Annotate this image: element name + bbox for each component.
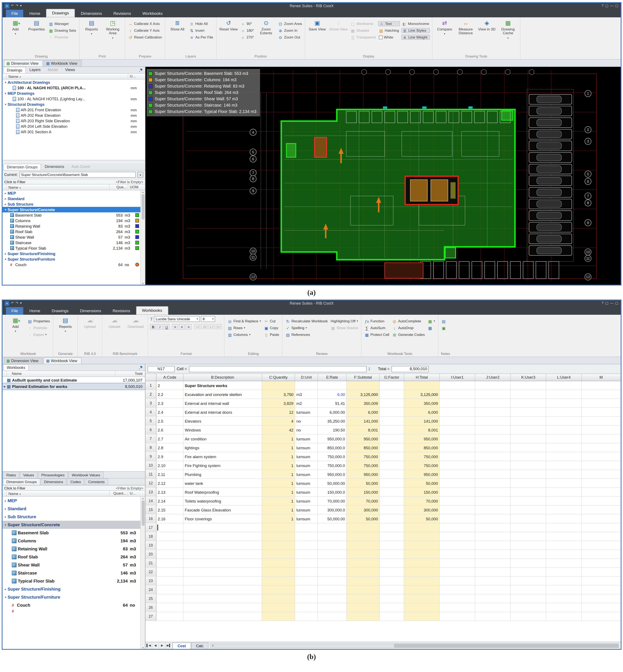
cell-user3[interactable] xyxy=(511,399,546,408)
cell-user1[interactable] xyxy=(440,488,475,497)
sheet-row[interactable]: 11 2.11 Plumbing 1 lumsum 950,000.0 950,… xyxy=(145,470,620,479)
cell-total[interactable] xyxy=(404,381,440,390)
color-swatch[interactable] xyxy=(135,219,139,223)
cell-total[interactable]: 750,000 xyxy=(404,461,440,470)
cell-user4[interactable] xyxy=(546,470,582,479)
cell-m[interactable] xyxy=(582,417,620,426)
tab-workbooks[interactable]: Workbooks xyxy=(136,306,168,315)
spin-down-icon[interactable]: ▾ xyxy=(369,369,370,371)
tab-codes[interactable]: Codes xyxy=(67,478,84,485)
cell-user4[interactable] xyxy=(546,497,582,506)
cell-user2[interactable] xyxy=(475,550,511,559)
vertical-scrollbar[interactable]: ▴▾ xyxy=(140,497,145,649)
cell-user1[interactable] xyxy=(440,550,475,559)
cell-unit[interactable]: lumsum xyxy=(295,506,318,514)
sheet-row[interactable]: 2 2.2 Excavation and concrete skelton 3,… xyxy=(145,390,620,399)
column-header[interactable]: J:User2 xyxy=(475,374,511,381)
function-button[interactable]: ƒxFunction xyxy=(364,318,390,324)
benchmark-upload-button[interactable]: ☁ Upload xyxy=(105,316,124,329)
references-button[interactable]: ▤References xyxy=(285,332,328,337)
filter-row[interactable]: Click to Filter <Filter is Empty> xyxy=(3,485,145,491)
cell-user3[interactable] xyxy=(511,443,546,452)
italic-button[interactable]: I xyxy=(157,324,163,330)
dimension-item-row[interactable]: Staircase 146 m3 xyxy=(3,569,140,577)
sheet-row[interactable]: 15 2.15 Fascade Glass Eleavation 1 lumsu… xyxy=(145,506,620,514)
column-header[interactable]: G:Factor xyxy=(380,374,404,381)
cell-m[interactable] xyxy=(582,514,620,523)
sheet-row[interactable]: 26 xyxy=(145,603,620,612)
cell-code[interactable] xyxy=(156,594,183,603)
cell-user1[interactable] xyxy=(440,390,475,399)
dimension-view-tab[interactable]: ▦Dimension View xyxy=(4,358,43,364)
hide-all-button[interactable]: ≣Hide All xyxy=(188,21,214,26)
cell-factor[interactable] xyxy=(380,408,404,417)
cell-subtotal[interactable] xyxy=(347,559,380,568)
bold-button[interactable]: B xyxy=(150,324,156,330)
cell-subtotal[interactable]: 3,125,000 xyxy=(347,390,380,399)
invert-button[interactable]: ⇅Invert xyxy=(188,28,214,33)
cell-factor[interactable] xyxy=(380,568,404,577)
cell-user3[interactable] xyxy=(511,408,546,417)
drawing-canvas-area[interactable]: 1 2 3 5 6 7 xyxy=(145,67,620,285)
cell-user3[interactable] xyxy=(511,586,546,594)
cell-total[interactable]: 50,000 xyxy=(404,514,440,523)
properties-button[interactable]: ▤Properties xyxy=(27,318,51,324)
cell-code[interactable] xyxy=(156,577,183,586)
cell-unit[interactable] xyxy=(295,594,318,603)
cell-subtotal[interactable]: 70,000 xyxy=(347,497,380,506)
superscript-icon[interactable]: 1.7 xyxy=(208,324,215,329)
cell-m[interactable] xyxy=(582,559,620,568)
cell-m[interactable] xyxy=(582,586,620,594)
cell-user3[interactable] xyxy=(511,417,546,426)
cell-subtotal[interactable] xyxy=(347,568,380,577)
cell-user1[interactable] xyxy=(440,559,475,568)
show-all-button[interactable]: ≣ Show All xyxy=(168,19,187,31)
cell-rate[interactable]: 6,000.00 xyxy=(318,408,347,417)
cell-code[interactable] xyxy=(156,541,183,550)
cell-user2[interactable] xyxy=(475,506,511,514)
expander-icon[interactable]: ▸ xyxy=(3,191,8,195)
cut-button[interactable]: ✂Cut xyxy=(263,318,280,324)
sheet-tab-cost[interactable]: Cost xyxy=(173,643,191,649)
cell-user2[interactable] xyxy=(475,497,511,506)
row-number[interactable]: 15 xyxy=(145,506,156,514)
cell-total[interactable]: 6,000 xyxy=(404,408,440,417)
cell-subtotal[interactable]: 850,000 xyxy=(347,443,380,452)
column-quantity[interactable]: Qua... xyxy=(110,185,128,190)
tab-dimensions[interactable]: Dimensions xyxy=(41,163,68,170)
sheet-row[interactable]: 4 2.4 External and internal doors 12 lum… xyxy=(145,408,620,417)
column-header[interactable]: E:Rate xyxy=(318,374,347,381)
drawing-tree-row[interactable]: 100 - AL NAGHI HOTEL (ARCH PLA... mm xyxy=(3,85,145,90)
cell-user3[interactable] xyxy=(511,461,546,470)
color-swatch[interactable] xyxy=(135,246,139,250)
cell-factor[interactable] xyxy=(380,461,404,470)
drawing-tree-row[interactable]: 100 - AL NAGHI HOTEL (Lighting Lay... mm xyxy=(3,96,145,102)
cell-user3[interactable] xyxy=(511,479,546,488)
line-weight-button[interactable]: ≡Line Weight xyxy=(401,35,430,40)
sheet-row[interactable]: 13 2.13 Roof Waterproofing 1 lumsum 150,… xyxy=(145,488,620,497)
cell-factor[interactable] xyxy=(380,399,404,408)
cell-factor[interactable] xyxy=(380,550,404,559)
row-number[interactable]: 2 xyxy=(145,390,156,399)
cell-total[interactable] xyxy=(404,550,440,559)
color-swatch[interactable] xyxy=(135,224,139,228)
dimension-item-row[interactable]: Staircase 146 m3 xyxy=(3,240,140,245)
cell-user2[interactable] xyxy=(475,568,511,577)
cell-unit[interactable]: lumsum xyxy=(295,514,318,523)
cell-unit[interactable] xyxy=(295,541,318,550)
column-header[interactable]: M xyxy=(582,374,620,381)
cell-description[interactable] xyxy=(183,532,262,541)
cell-unit[interactable] xyxy=(295,612,318,621)
cell-user2[interactable] xyxy=(475,470,511,479)
cell-code[interactable]: 2.3 xyxy=(156,399,183,408)
cell-description[interactable]: Fire Fighting system xyxy=(183,461,262,470)
cell-rate[interactable]: 750,000.0 xyxy=(318,452,347,461)
row-number[interactable]: 20 xyxy=(145,550,156,559)
tab-drawings[interactable]: Drawings xyxy=(46,9,75,17)
cell-factor[interactable] xyxy=(380,426,404,435)
cell-rate[interactable] xyxy=(318,381,347,390)
cell-subtotal[interactable] xyxy=(347,594,380,603)
cell-user3[interactable] xyxy=(511,541,546,550)
cell-rate[interactable]: 70,000.00 xyxy=(318,497,347,506)
cell-description[interactable] xyxy=(183,586,262,594)
